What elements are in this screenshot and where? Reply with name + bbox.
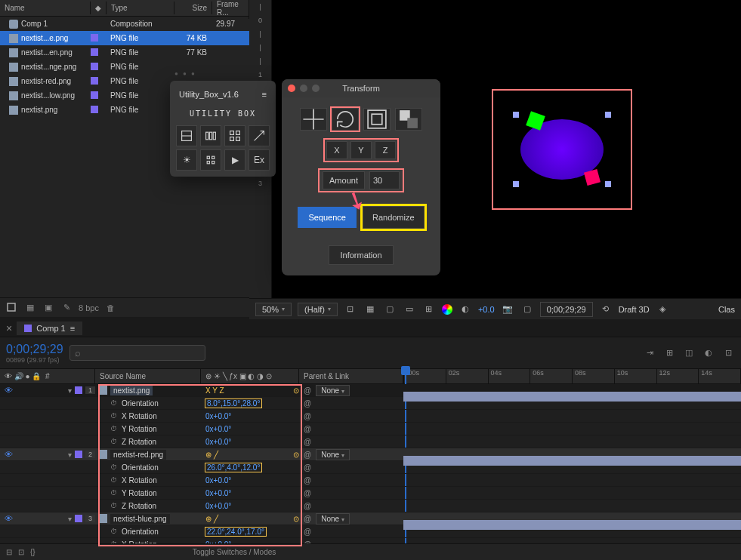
fast-preview-icon[interactable]: ⊡ (344, 303, 357, 316)
exposure-value[interactable]: +0.0 (478, 305, 495, 314)
util-ex-icon[interactable]: Ex (249, 149, 270, 171)
property-value[interactable]: 22.0°,24.0°,17.0° (205, 528, 266, 536)
pickwhip-icon[interactable]: @ (304, 463, 311, 472)
label-color-icon[interactable] (91, 91, 98, 99)
zoom-dropdown[interactable]: 50% ▾ (255, 303, 292, 316)
pickwhip-icon[interactable]: @ (304, 489, 311, 497)
project-item[interactable]: Comp 1Composition29.97 (0, 17, 249, 31)
property-value[interactable]: 0x+0.0° (205, 438, 231, 446)
interpret-icon[interactable] (6, 302, 18, 314)
layer-switches[interactable]: X Y Z⊙ (201, 386, 299, 395)
layer-switches[interactable]: ⊛ ╱⊙ (201, 515, 299, 523)
visibility-eye-icon[interactable]: 👁 (5, 514, 13, 523)
region-icon[interactable]: ▭ (403, 303, 416, 316)
show-snapshot-icon[interactable]: ▢ (520, 303, 534, 316)
pickwhip-icon[interactable]: @ (304, 515, 311, 523)
property-value[interactable]: 0x+0.0° (205, 489, 231, 497)
util-camera-icon[interactable]: ▶ (224, 149, 245, 171)
layer-name[interactable]: nextist.png (110, 386, 153, 395)
pickwhip-icon[interactable]: @ (304, 425, 311, 433)
transform-titlebar[interactable]: Transform (282, 79, 440, 97)
visibility-eye-icon[interactable]: 👁 (5, 450, 13, 459)
folder-icon[interactable]: ▦ (24, 302, 36, 314)
composition-content[interactable] (520, 119, 604, 180)
layer-row[interactable]: 👁▾2nextist-red.png⊛ ╱⊙@None ▾ (0, 448, 741, 461)
col-frame[interactable]: Frame R... (212, 0, 249, 19)
visibility-eye-icon[interactable]: 👁 (5, 386, 13, 395)
col-tag[interactable]: ◆ (91, 2, 107, 14)
col-timeline-ruler[interactable]: :00s02s04s06s08s10s12s14s (403, 369, 741, 383)
axis-y-button[interactable]: Y (350, 141, 372, 159)
transform-rotation-icon[interactable] (332, 108, 359, 131)
audio-col-icon[interactable]: 🔊 (14, 372, 23, 380)
timeline-search-input[interactable] (69, 345, 205, 361)
property-row[interactable]: X Rotation0x+0.0°@ (0, 410, 741, 423)
property-value[interactable]: 8.0°,15.0°,28.0° (205, 399, 261, 408)
label-color-icon[interactable] (91, 77, 98, 85)
col-name[interactable]: Name (0, 2, 91, 14)
timeline-tab[interactable]: Comp 1 ≡ (17, 322, 82, 335)
layer-name[interactable]: nextist-red.png (110, 450, 166, 460)
project-item[interactable]: nextist...en.pngPNG file77 KB (0, 45, 249, 60)
pickwhip-icon[interactable]: @ (304, 412, 311, 420)
property-value[interactable]: 0x+0.0° (205, 412, 231, 420)
pickwhip-icon[interactable]: @ (304, 528, 311, 536)
pickwhip-icon[interactable]: @ (304, 399, 311, 408)
renderer-icon[interactable]: ◈ (656, 303, 669, 316)
col-source-name[interactable]: Source Name (95, 369, 201, 383)
trash-icon[interactable]: 🗑 (105, 302, 117, 314)
classic-3d-label[interactable]: Clas (718, 305, 735, 314)
twirl-icon[interactable]: ▾ (68, 386, 72, 395)
panel-menu-icon[interactable]: ≡ (262, 90, 267, 99)
twirl-icon[interactable]: ▾ (68, 515, 72, 523)
grid-icon[interactable]: ⊞ (422, 303, 436, 316)
amount-input[interactable] (369, 171, 400, 189)
property-row[interactable]: Z Rotation0x+0.0°@ (0, 435, 741, 448)
layer-switches[interactable]: ⊛ ╱⊙ (201, 451, 299, 459)
layer-duration-bar[interactable] (403, 456, 741, 466)
solo-col-icon[interactable]: ● (26, 372, 30, 380)
layer-row[interactable]: 👁▾3nextist-blue.png⊛ ╱⊙@None ▾ (0, 512, 741, 525)
parent-dropdown[interactable]: None ▾ (316, 513, 350, 525)
col-size[interactable]: Size (174, 2, 212, 14)
lock-col-icon[interactable]: 🔒 (32, 372, 41, 380)
pickwhip-icon[interactable]: @ (304, 438, 311, 446)
exposure-icon[interactable]: ◐ (458, 303, 472, 316)
sequence-button[interactable]: Sequence (298, 207, 357, 228)
col-type[interactable]: Type (107, 2, 174, 14)
current-time[interactable]: 0;00;29;29 (6, 343, 63, 356)
util-grid-icon[interactable] (224, 125, 245, 146)
new-comp-icon[interactable]: ▣ (42, 302, 54, 314)
transform-position-icon[interactable] (300, 108, 327, 131)
parent-dropdown[interactable]: None ▾ (316, 385, 350, 396)
layer-color-icon[interactable] (75, 386, 82, 394)
parent-dropdown[interactable]: None ▾ (316, 449, 350, 460)
property-value[interactable]: 0x+0.0° (205, 502, 231, 510)
quality-dropdown[interactable]: (Half) ▾ (298, 303, 338, 316)
transparency-icon[interactable]: ▦ (363, 303, 377, 316)
label-color-icon[interactable] (91, 34, 98, 42)
twirl-icon[interactable]: ▾ (68, 451, 72, 459)
property-value[interactable]: 26.0°,4.0°,12.0° (205, 463, 261, 472)
motion-blur-icon[interactable]: ◐ (702, 346, 715, 360)
transform-scale-icon[interactable] (363, 108, 391, 131)
util-arrow-icon[interactable] (249, 125, 270, 146)
property-row[interactable]: Y Rotation0x+0.0°@ (0, 487, 741, 500)
project-item[interactable]: nextist...nge.pngPNG file (0, 60, 249, 74)
property-value[interactable]: 0x+0.0° (205, 476, 231, 485)
layer-row[interactable]: 👁▾1nextist.pngX Y Z⊙@None ▾ (0, 384, 741, 397)
label-color-icon[interactable] (91, 106, 98, 113)
pickwhip-icon[interactable]: @ (304, 451, 311, 459)
graph-editor-icon[interactable]: ⊡ (721, 346, 735, 360)
maximize-icon[interactable] (312, 85, 320, 92)
tab-menu-icon[interactable]: ≡ (70, 324, 75, 333)
pickwhip-icon[interactable]: @ (304, 502, 311, 510)
color-management-icon[interactable] (442, 304, 452, 315)
pickwhip-icon[interactable]: @ (304, 476, 311, 485)
adjust-icon[interactable]: ✎ (60, 302, 73, 314)
col-parent-link[interactable]: Parent & Link (299, 369, 403, 383)
minimize-icon[interactable] (300, 85, 307, 92)
draft3d-label[interactable]: Draft 3D (619, 305, 650, 314)
mask-icon[interactable]: ▢ (383, 303, 397, 316)
toggle-switches-modes[interactable]: Toggle Switches / Modes (193, 548, 276, 556)
